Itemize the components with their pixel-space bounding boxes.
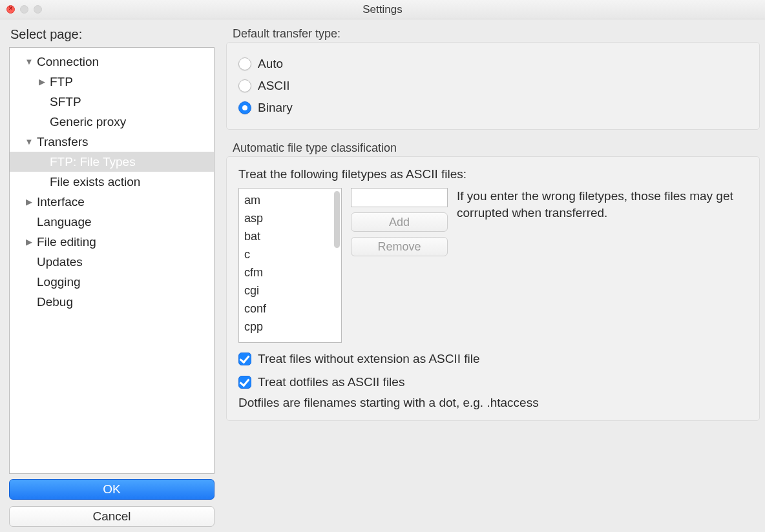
tree-item-ftp[interactable]: ▶ FTP — [10, 72, 214, 92]
checkbox-label: Treat files without extension as ASCII f… — [258, 352, 480, 366]
chevron-right-icon[interactable]: ▶ — [23, 197, 36, 207]
tree-item-connection[interactable]: ▼ Connection — [10, 52, 214, 72]
radio-auto[interactable]: Auto — [238, 53, 748, 75]
tree-item-logging[interactable]: Logging — [10, 272, 214, 292]
radio-icon[interactable] — [238, 101, 251, 114]
remove-button[interactable]: Remove — [351, 237, 448, 256]
tree-item-file-exists-action[interactable]: File exists action — [10, 172, 214, 192]
default-transfer-type-label: Default transfer type: — [233, 27, 760, 41]
page-tree[interactable]: ▼ Connection ▶ FTP SFTP Generic proxy ▼ … — [9, 47, 215, 474]
checkbox-icon[interactable] — [238, 353, 251, 365]
classification-note: Treat the following filetypes as ASCII f… — [238, 167, 748, 181]
radio-icon[interactable] — [238, 57, 251, 70]
chevron-down-icon[interactable]: ▼ — [23, 137, 36, 147]
list-item[interactable]: asp — [244, 209, 336, 227]
radio-label: ASCII — [258, 79, 290, 93]
checkbox-no-extension[interactable]: Treat files without extension as ASCII f… — [238, 352, 748, 366]
checkbox-label: Treat dotfiles as ASCII files — [258, 375, 404, 389]
checkbox-dotfiles[interactable]: Treat dotfiles as ASCII files — [238, 375, 748, 389]
chevron-down-icon[interactable]: ▼ — [23, 57, 36, 66]
tree-item-interface[interactable]: ▶ Interface — [10, 192, 214, 212]
window-title: Settings — [0, 3, 765, 16]
filetypes-listbox[interactable]: am asp bat c cfm cgi conf cpp — [238, 188, 342, 343]
list-item[interactable]: c — [244, 245, 336, 263]
filetype-input[interactable] — [351, 188, 448, 207]
list-item[interactable]: cfm — [244, 263, 336, 281]
scrollbar-thumb[interactable] — [334, 191, 340, 248]
dotfiles-hint: Dotfiles are filenames starting with a d… — [238, 396, 748, 410]
add-button[interactable]: Add — [351, 212, 448, 232]
radio-label: Binary — [258, 101, 293, 115]
list-item[interactable]: cgi — [244, 281, 336, 300]
sidebar: Select page: ▼ Connection ▶ FTP SFTP Gen… — [0, 19, 220, 532]
sidebar-title: Select page: — [10, 27, 215, 42]
radio-label: Auto — [258, 57, 283, 71]
titlebar: Settings — [0, 0, 765, 19]
tree-item-debug[interactable]: Debug — [10, 292, 214, 312]
classification-group-label: Automatic file type classification — [233, 141, 760, 155]
tree-item-sftp[interactable]: SFTP — [10, 92, 214, 112]
list-item[interactable]: conf — [244, 300, 336, 318]
radio-ascii[interactable]: ASCII — [238, 75, 748, 97]
default-transfer-type-group: Auto ASCII Binary — [226, 42, 760, 130]
radio-binary[interactable]: Binary — [238, 97, 748, 119]
chevron-right-icon[interactable]: ▶ — [23, 237, 36, 247]
tree-item-generic-proxy[interactable]: Generic proxy — [10, 112, 214, 132]
tree-item-language[interactable]: Language — [10, 212, 214, 232]
list-item[interactable]: bat — [244, 227, 336, 245]
chevron-right-icon[interactable]: ▶ — [36, 77, 48, 87]
tree-item-updates[interactable]: Updates — [10, 252, 214, 272]
tree-item-ftp-file-types[interactable]: FTP: File Types — [10, 152, 214, 172]
classification-warning: If you enter the wrong filetypes, those … — [457, 188, 748, 221]
list-item[interactable]: am — [244, 191, 336, 209]
tree-item-file-editing[interactable]: ▶ File editing — [10, 232, 214, 252]
main-panel: Default transfer type: Auto ASCII Binary… — [220, 19, 765, 532]
tree-item-transfers[interactable]: ▼ Transfers — [10, 132, 214, 152]
list-item[interactable]: cpp — [244, 318, 336, 336]
cancel-button[interactable]: Cancel — [9, 506, 215, 527]
radio-icon[interactable] — [238, 79, 251, 92]
classification-group: Treat the following filetypes as ASCII f… — [226, 156, 760, 421]
ok-button[interactable]: OK — [9, 479, 215, 500]
checkbox-icon[interactable] — [238, 376, 251, 389]
